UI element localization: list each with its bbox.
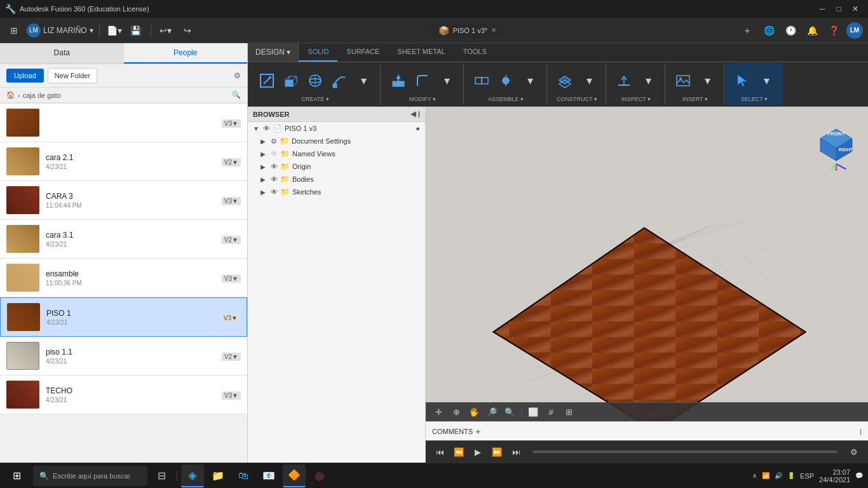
list-item[interactable]: cara 2.1 4/23/21 V2▼ <box>0 142 247 181</box>
file-version[interactable]: V3▼ <box>222 274 241 283</box>
store-taskbar-button[interactable]: 🛍 <box>232 464 255 487</box>
edge-taskbar-button[interactable]: ◈ <box>181 464 204 487</box>
create-sketch-button[interactable] <box>255 69 278 92</box>
browser-item-origin[interactable]: ▶ 👁 📁 Origin <box>248 160 425 173</box>
create-label[interactable]: CREATE ▾ <box>301 96 329 102</box>
file-version[interactable]: V3▼ <box>222 119 241 128</box>
list-item[interactable]: cara 3.1 4/23/21 V2▼ <box>0 220 247 259</box>
inspect-more-button[interactable]: ▾ <box>637 69 660 92</box>
list-item[interactable]: ensamble 11:00:36 PM V3▼ <box>0 259 247 297</box>
inspect-measure-button[interactable] <box>613 69 635 92</box>
create-extrude-button[interactable] <box>280 69 302 92</box>
file-version[interactable]: V3▼ <box>221 314 240 322</box>
design-mode-button[interactable]: DESIGN ▾ <box>248 43 299 62</box>
browser-item-doc-settings[interactable]: ▶ ⚙ 📁 Document Settings <box>248 135 425 147</box>
web-icon[interactable]: 🌐 <box>760 22 778 39</box>
volume-icon[interactable]: 🔊 <box>775 472 782 479</box>
eye-icon[interactable]: 👁 <box>271 150 278 158</box>
wifi-icon[interactable]: 📶 <box>762 472 770 479</box>
revolve-button[interactable] <box>304 69 327 92</box>
timeline-prev-button[interactable]: ⏪ <box>451 444 466 459</box>
fit-view-button[interactable]: ⬜ <box>526 405 541 420</box>
settings-icon[interactable]: ⚙ <box>234 71 241 80</box>
insert-image-button[interactable] <box>672 69 695 92</box>
inspect-label[interactable]: INSPECT ▾ <box>621 96 651 102</box>
tray-arrow[interactable]: ∧ <box>752 472 757 479</box>
modify-fillet-button[interactable] <box>411 69 434 92</box>
grid-button[interactable]: ⊞ <box>5 22 23 39</box>
browser-collapse-button[interactable]: ◀ <box>410 110 416 118</box>
construct-label[interactable]: CONSTRUCT ▾ <box>557 96 597 102</box>
notification-icon[interactable]: 💬 <box>855 472 863 479</box>
minimize-button[interactable]: ─ <box>815 3 830 15</box>
upload-button[interactable]: Upload <box>6 69 44 83</box>
3d-viewport[interactable]: FRONT RIGHT ✛ ⊕ 🖐 <box>426 107 868 421</box>
browser-item-piso1v3[interactable]: ▼ 👁 📄 PISO 1 v3 ● <box>248 122 425 135</box>
display-mode-button[interactable]: ⊞ <box>561 405 576 420</box>
file-version[interactable]: V3▼ <box>222 197 241 205</box>
file-version[interactable]: V3▼ <box>222 391 241 400</box>
tab-tools[interactable]: TOOLS <box>454 43 496 62</box>
tab-data[interactable]: Data <box>0 43 124 64</box>
list-item[interactable]: CARA 3 11:04:44 PM V3▼ <box>0 181 247 220</box>
sweep-button[interactable] <box>328 69 351 92</box>
insert-more-button[interactable]: ▾ <box>696 69 719 92</box>
battery-icon[interactable]: 🔋 <box>787 472 795 479</box>
zoom-button[interactable]: 🔎 <box>484 405 499 420</box>
create-more-button[interactable]: ▾ <box>352 69 375 92</box>
browser-item-named-views[interactable]: ▶ 👁 📁 Named Views <box>248 147 425 160</box>
undo-button[interactable]: ↩▾ <box>157 22 175 39</box>
browser-close-button[interactable]: | <box>418 110 420 118</box>
notifications-icon[interactable]: 🔔 <box>803 22 821 39</box>
breadcrumb-folder[interactable]: caja de gato <box>23 92 61 99</box>
outlook-taskbar-button[interactable]: 📧 <box>257 464 280 487</box>
grid-toggle-button[interactable]: # <box>543 405 559 420</box>
task-view-button[interactable]: ⊟ <box>150 464 173 487</box>
timeline-end-button[interactable]: ⏭ <box>508 444 524 459</box>
close-button[interactable]: ✕ <box>848 3 863 15</box>
select-more-button[interactable]: ▾ <box>755 69 778 92</box>
history-icon[interactable]: 🕐 <box>782 22 799 39</box>
browser-item-bodies[interactable]: ▶ 👁 📁 Bodies <box>248 173 425 186</box>
redo-button[interactable]: ↪ <box>179 22 196 39</box>
save-button[interactable]: 💾 <box>127 22 145 39</box>
close-doc-tab[interactable]: ✕ <box>491 27 496 34</box>
tab-surface[interactable]: SURFACE <box>337 43 388 62</box>
eye-icon[interactable]: 👁 <box>271 163 278 170</box>
modify-more-button[interactable]: ▾ <box>435 69 458 92</box>
construct-more-button[interactable]: ▾ <box>578 69 600 92</box>
tab-solid[interactable]: SOLID <box>299 43 337 62</box>
chrome-taskbar-button[interactable]: ◎ <box>308 464 331 487</box>
breadcrumb-search[interactable]: 🔍 <box>232 91 241 99</box>
record-icon[interactable]: ● <box>416 125 420 132</box>
construct-offset-plane-button[interactable] <box>553 69 576 92</box>
assemble-new-component-button[interactable] <box>470 69 493 92</box>
browser-item-sketches[interactable]: ▶ 👁 📁 Sketches <box>248 186 425 198</box>
add-comment-button[interactable]: + <box>475 426 480 437</box>
orbit-button[interactable]: ⊕ <box>449 405 464 420</box>
select-button[interactable] <box>731 69 754 92</box>
select-label[interactable]: SELECT ▾ <box>741 96 768 102</box>
assemble-joint-button[interactable] <box>494 69 517 92</box>
zoom-out-button[interactable]: 🔍 <box>502 405 517 420</box>
search-bar[interactable]: 🔍 Escribe aquí para buscar <box>33 466 147 486</box>
start-button[interactable]: ⊞ <box>5 464 28 487</box>
assemble-more-button[interactable]: ▾ <box>519 69 541 92</box>
assemble-label[interactable]: ASSEMBLE ▾ <box>488 96 524 102</box>
active-document-tab[interactable]: 📦 PISO 1 v3* ✕ <box>431 23 504 38</box>
look-at-button[interactable]: 🖐 <box>466 405 482 420</box>
user-menu[interactable]: LM LIZ MARIÑO ▾ <box>27 24 93 37</box>
explorer-taskbar-button[interactable]: 📁 <box>207 464 229 487</box>
new-document-button[interactable]: 📄▾ <box>105 22 123 39</box>
timeline-start-button[interactable]: ⏮ <box>432 444 447 459</box>
home-icon[interactable]: 🏠 <box>6 91 15 99</box>
help-icon[interactable]: ❓ <box>825 22 843 39</box>
file-version[interactable]: V2▼ <box>222 158 241 166</box>
add-tab-button[interactable]: + <box>738 22 756 39</box>
comments-collapse-button[interactable]: | <box>860 428 862 435</box>
timeline-scrubber[interactable] <box>532 451 837 453</box>
file-version[interactable]: V2▼ <box>222 236 241 244</box>
maximize-button[interactable]: □ <box>831 3 846 15</box>
list-item[interactable]: TECHO 4/23/21 V3▼ <box>0 376 247 414</box>
eye-icon[interactable]: 👁 <box>271 188 278 196</box>
